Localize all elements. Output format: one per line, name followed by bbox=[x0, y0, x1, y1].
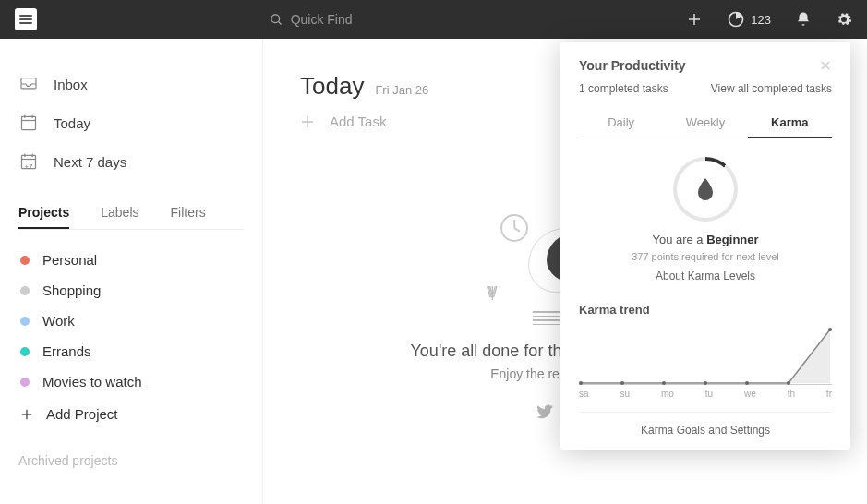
gear-icon bbox=[836, 11, 852, 28]
project-label: Work bbox=[42, 313, 75, 329]
completed-tasks-text: 1 completed tasks bbox=[579, 82, 668, 95]
svg-rect-5 bbox=[21, 78, 36, 89]
view-all-completed-link[interactable]: View all completed tasks bbox=[711, 82, 832, 95]
search-icon bbox=[270, 13, 283, 27]
add-project-button[interactable]: Add Project bbox=[18, 397, 244, 431]
panel-title: Your Productivity bbox=[579, 58, 686, 73]
calendar-today-icon bbox=[18, 113, 39, 133]
svg-point-23 bbox=[704, 381, 707, 385]
calendar-next7-icon: +7 bbox=[18, 151, 39, 172]
page-date: Fri Jan 26 bbox=[375, 83, 428, 97]
add-button[interactable] bbox=[686, 11, 703, 28]
search-placeholder: Quick Find bbox=[291, 12, 353, 27]
twitter-icon[interactable] bbox=[535, 402, 555, 422]
svg-point-24 bbox=[745, 381, 749, 385]
karma-pie-icon bbox=[727, 10, 745, 29]
panel-tab-daily[interactable]: Daily bbox=[579, 108, 663, 138]
trend-x-labels: sasumotuwethfr bbox=[579, 389, 832, 399]
project-list: PersonalShoppingWorkErrandsMovies to wat… bbox=[18, 245, 244, 397]
add-project-label: Add Project bbox=[46, 406, 118, 422]
notifications-button[interactable] bbox=[795, 11, 812, 28]
svg-point-21 bbox=[620, 381, 624, 385]
sidebar-item-label: Next 7 days bbox=[54, 154, 126, 170]
project-item[interactable]: Movies to watch bbox=[18, 366, 244, 397]
search-input[interactable]: Quick Find bbox=[270, 12, 454, 27]
sidebar-tabs: Projects Labels Filters bbox=[18, 199, 244, 230]
sidebar-item-label: Inbox bbox=[54, 77, 88, 92]
svg-line-1 bbox=[278, 21, 281, 24]
karma-points-text: 377 points required for next level bbox=[579, 251, 832, 262]
project-color-dot bbox=[20, 317, 30, 326]
panel-tab-karma[interactable]: Karma bbox=[748, 108, 832, 138]
project-color-dot bbox=[20, 256, 30, 265]
topbar-actions: 123 bbox=[686, 10, 852, 29]
sidebar-item-next7[interactable]: +7 Next 7 days bbox=[18, 142, 244, 181]
tab-projects[interactable]: Projects bbox=[18, 199, 69, 229]
karma-level-text: You are a Beginner bbox=[579, 233, 832, 246]
settings-button[interactable] bbox=[836, 11, 852, 28]
close-button[interactable] bbox=[819, 59, 832, 72]
sidebar: Inbox Today +7 Next 7 days Projects Labe… bbox=[0, 39, 263, 504]
karma-settings-link[interactable]: Karma Goals and Settings bbox=[579, 412, 832, 437]
project-item[interactable]: Work bbox=[18, 306, 244, 336]
svg-point-20 bbox=[579, 381, 583, 385]
topbar: Quick Find 123 bbox=[0, 0, 867, 39]
archived-projects-link[interactable]: Archived projects bbox=[18, 453, 244, 468]
add-task-label: Add Task bbox=[330, 114, 386, 129]
inbox-icon bbox=[18, 74, 39, 94]
about-karma-link[interactable]: About Karma Levels bbox=[579, 270, 832, 282]
karma-progress-circle bbox=[673, 157, 738, 222]
karma-button[interactable]: 123 bbox=[727, 10, 771, 29]
sidebar-item-today[interactable]: Today bbox=[18, 103, 244, 142]
project-label: Personal bbox=[42, 252, 97, 268]
project-color-dot bbox=[20, 286, 30, 295]
bell-icon bbox=[795, 11, 812, 28]
page-title: Today bbox=[300, 72, 364, 101]
panel-tab-weekly[interactable]: Weekly bbox=[663, 108, 747, 138]
shield-drop-icon bbox=[696, 178, 715, 200]
karma-trend-chart bbox=[579, 320, 832, 385]
svg-rect-6 bbox=[22, 116, 36, 129]
productivity-panel: Your Productivity 1 completed tasks View… bbox=[560, 42, 850, 450]
svg-point-0 bbox=[271, 14, 280, 22]
project-label: Movies to watch bbox=[42, 374, 142, 390]
project-label: Shopping bbox=[42, 282, 101, 298]
plus-icon bbox=[20, 408, 33, 421]
svg-point-26 bbox=[828, 328, 832, 331]
tab-labels[interactable]: Labels bbox=[101, 199, 138, 229]
project-color-dot bbox=[20, 378, 30, 387]
svg-point-22 bbox=[662, 381, 666, 385]
karma-count: 123 bbox=[751, 13, 771, 27]
project-item[interactable]: Shopping bbox=[18, 275, 244, 306]
close-icon bbox=[819, 59, 832, 72]
plus-icon bbox=[686, 11, 703, 28]
project-item[interactable]: Personal bbox=[18, 245, 244, 275]
sidebar-item-inbox[interactable]: Inbox bbox=[18, 65, 244, 103]
svg-point-25 bbox=[787, 381, 790, 385]
project-color-dot bbox=[20, 347, 30, 356]
tab-filters[interactable]: Filters bbox=[171, 199, 206, 229]
trend-title: Karma trend bbox=[579, 303, 832, 317]
project-item[interactable]: Errands bbox=[18, 336, 244, 366]
project-label: Errands bbox=[42, 343, 91, 359]
plus-icon bbox=[300, 114, 315, 129]
sidebar-item-label: Today bbox=[54, 115, 90, 131]
app-logo[interactable] bbox=[15, 8, 37, 30]
